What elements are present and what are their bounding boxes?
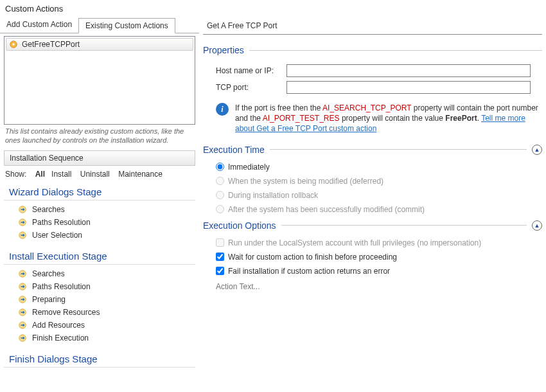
stage-item[interactable]: User Selection [0,229,199,242]
group-label: Execution Time [203,145,265,155]
left-pane: Add Custom Action Existing Custom Action… [0,17,199,391]
port-label: TCP port: [216,83,280,92]
stage-item-label: Paths Resolution [32,218,91,227]
group-label: Execution Options [203,220,276,231]
stage-item[interactable]: Paths Resolution [0,280,199,293]
stage-finish-dialogs[interactable]: Finish Dialogs Stage [4,350,195,368]
stage-item-label: User Selection [32,231,82,240]
host-label: Host name or IP: [216,66,280,75]
stage-install-execution[interactable]: Install Execution Stage [4,247,195,265]
radio-deferred [216,177,224,185]
arrow-icon [18,321,27,330]
group-execution-time: Execution Time ▲ [203,145,542,155]
radio-label: During installation rollback [228,191,318,200]
filter-all[interactable]: All [35,170,45,179]
arrow-icon [18,308,27,317]
custom-action-list[interactable]: GetFreeTCPPort [4,36,195,125]
group-properties: Properties [203,45,542,55]
stage-item-label: Remove Resources [32,308,100,317]
stage-wizard-dialogs[interactable]: Wizard Dialogs Stage [4,183,195,200]
info-text: If the port is free then the AI_SEARCH_T… [235,103,542,134]
stage-item[interactable]: Preparing [0,293,199,306]
check-label: Run under the LocalSystem account with f… [228,238,481,247]
group-execution-options: Execution Options ▲ [203,220,542,231]
sequence-header: Installation Sequence [4,150,195,166]
arrow-icon [18,231,27,240]
stage-item-label: Paths Resolution [32,282,91,291]
stage-item-label: Searches [32,205,65,214]
arrow-icon [18,334,27,343]
filter-maintenance[interactable]: Maintenance [118,170,163,179]
stage-item-label: Searches [32,269,65,278]
tab-add-custom-action[interactable]: Add Custom Action [0,17,78,33]
list-hint: This list contains already existing cust… [5,127,194,145]
show-label: Show: [5,170,26,179]
info-icon: i [216,103,229,116]
stage-item[interactable]: Searches [0,267,199,280]
stage-item[interactable]: Add Resources [0,319,199,332]
filter-uninstall[interactable]: Uninstall [80,170,110,179]
check-wait[interactable] [216,253,224,261]
stage-item[interactable]: Paths Resolution [0,216,199,229]
filter-install[interactable]: Install [51,170,71,179]
list-item[interactable]: GetFreeTCPPort [6,38,193,51]
right-pane: Get A Free TCP Port Properties Host name… [199,17,546,391]
show-filter-bar: Show: All Install Uninstall Maintenance [0,166,199,183]
gear-icon [9,40,18,49]
action-text-link[interactable]: Action Text... [216,282,542,291]
panel-title: Get A Free TCP Port [203,17,542,35]
check-fail[interactable] [216,267,224,275]
port-input[interactable] [286,81,531,94]
radio-label: After the system has been successfully m… [228,205,425,214]
svg-point-1 [12,43,15,46]
arrow-icon [18,205,27,214]
stage-item[interactable]: Searches [0,203,199,216]
radio-rollback [216,191,224,199]
tab-existing-custom-actions[interactable]: Existing Custom Actions [78,18,175,33]
check-label: Fail installation if custom action retur… [228,267,390,276]
check-label: Wait for custom action to finish before … [228,253,397,262]
stage-item[interactable]: Finish Execution [0,332,199,344]
arrow-icon [18,282,27,291]
host-input[interactable] [286,64,531,77]
tab-bar: Add Custom Action Existing Custom Action… [0,17,199,33]
arrow-icon [18,295,27,304]
arrow-icon [18,218,27,227]
stage-item-label: Preparing [32,295,66,304]
stage-item[interactable]: Remove Resources [0,306,199,319]
page-title: Custom Actions [0,0,546,17]
radio-commit [216,205,224,213]
radio-label: Immediately [228,163,270,172]
group-label: Properties [203,45,244,55]
check-localsystem [216,238,224,247]
radio-immediately[interactable] [216,163,224,171]
arrow-icon [18,269,27,278]
stage-item-label: Finish Execution [32,334,89,343]
radio-label: When the system is being modified (defer… [228,177,383,186]
stage-item-label: Add Resources [32,321,85,330]
collapse-icon[interactable]: ▲ [532,220,542,231]
list-item-label: GetFreeTCPPort [22,40,80,49]
collapse-icon[interactable]: ▲ [532,145,542,155]
